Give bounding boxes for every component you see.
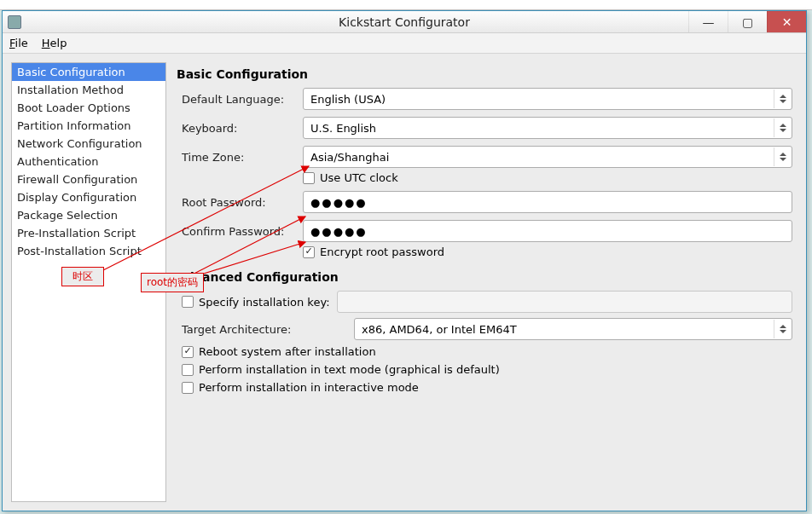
sidebar-item-pre-installation-script[interactable]: Pre-Installation Script <box>12 224 165 242</box>
checkbox-reboot[interactable] <box>182 346 194 358</box>
sidebar-item-package-selection[interactable]: Package Selection <box>12 206 165 224</box>
input-root-password[interactable]: ●●●●● <box>303 191 792 213</box>
label-time-zone: Time Zone: <box>182 151 293 164</box>
label-use-utc: Use UTC clock <box>320 171 398 184</box>
sidebar-item-boot-loader-options[interactable]: Boot Loader Options <box>12 99 165 117</box>
label-text-mode: Perform installation in text mode (graph… <box>199 363 500 376</box>
menu-help[interactable]: Help <box>42 37 67 49</box>
chevron-updown-icon <box>774 90 791 108</box>
label-target-arch: Target Architecture: <box>182 323 344 336</box>
checkbox-specify-key[interactable] <box>182 296 194 308</box>
menu-file[interactable]: File <box>9 37 28 49</box>
chevron-updown-icon <box>774 147 791 166</box>
sidebar-item-firewall-configuration[interactable]: Firewall Configuration <box>12 170 165 188</box>
label-specify-key: Specify installation key: <box>199 296 330 309</box>
menubar: File Help <box>3 33 806 54</box>
label-encrypt-root: Encrypt root password <box>320 245 444 258</box>
sidebar-item-basic-configuration[interactable]: Basic Configuration <box>12 63 165 81</box>
chevron-updown-icon <box>774 118 791 137</box>
category-sidebar: Basic ConfigurationInstallation MethodBo… <box>11 62 166 502</box>
sidebar-item-authentication[interactable]: Authentication <box>12 153 165 170</box>
sidebar-item-partition-information[interactable]: Partition Information <box>12 117 165 135</box>
content-area: Basic ConfigurationInstallation MethodBo… <box>3 54 806 511</box>
combo-default-language-value: English (USA) <box>310 93 386 106</box>
advanced-section-title: Advanced Configuration <box>177 270 792 284</box>
input-confirm-password[interactable]: ●●●●● <box>303 220 792 242</box>
minimize-button[interactable]: — <box>688 11 728 32</box>
combo-default-language[interactable]: English (USA) <box>303 88 792 110</box>
input-install-key <box>337 291 792 313</box>
sidebar-item-network-configuration[interactable]: Network Configuration <box>12 135 165 153</box>
sidebar-item-post-installation-script[interactable]: Post-Installation Script <box>12 242 165 260</box>
sidebar-item-installation-method[interactable]: Installation Method <box>12 81 165 99</box>
app-icon <box>8 15 21 29</box>
sidebar-item-display-configuration[interactable]: Display Configuration <box>12 188 165 206</box>
label-root-password: Root Password: <box>182 196 293 209</box>
combo-target-arch[interactable]: x86, AMD64, or Intel EM64T <box>354 318 792 340</box>
combo-keyboard-value: U.S. English <box>310 122 376 135</box>
maximize-button[interactable]: ▢ <box>728 11 767 32</box>
label-default-language: Default Language: <box>182 93 293 106</box>
checkbox-use-utc[interactable] <box>303 172 315 184</box>
basic-section-title: Basic Configuration <box>177 67 792 81</box>
close-button[interactable]: ✕ <box>767 11 806 32</box>
label-keyboard: Keyboard: <box>182 122 293 135</box>
label-reboot: Reboot system after installation <box>199 345 376 358</box>
checkbox-interactive[interactable] <box>182 382 194 394</box>
label-interactive: Perform installation in interactive mode <box>199 381 419 394</box>
combo-keyboard[interactable]: U.S. English <box>303 117 792 139</box>
combo-time-zone-value: Asia/Shanghai <box>310 151 389 164</box>
chevron-updown-icon <box>774 320 791 338</box>
combo-time-zone[interactable]: Asia/Shanghai <box>303 146 792 168</box>
label-confirm-password: Confirm Password: <box>182 225 293 238</box>
checkbox-text-mode[interactable] <box>182 364 194 376</box>
main-window: Kickstart Configurator — ▢ ✕ File Help B… <box>2 10 807 511</box>
parent-window-stub <box>0 0 812 10</box>
checkbox-encrypt-root[interactable] <box>303 246 315 258</box>
basic-config-panel: Basic Configuration Default Language: En… <box>171 62 798 502</box>
combo-target-arch-value: x86, AMD64, or Intel EM64T <box>362 323 517 336</box>
window-title: Kickstart Configurator <box>3 15 806 29</box>
titlebar: Kickstart Configurator — ▢ ✕ <box>3 11 806 33</box>
